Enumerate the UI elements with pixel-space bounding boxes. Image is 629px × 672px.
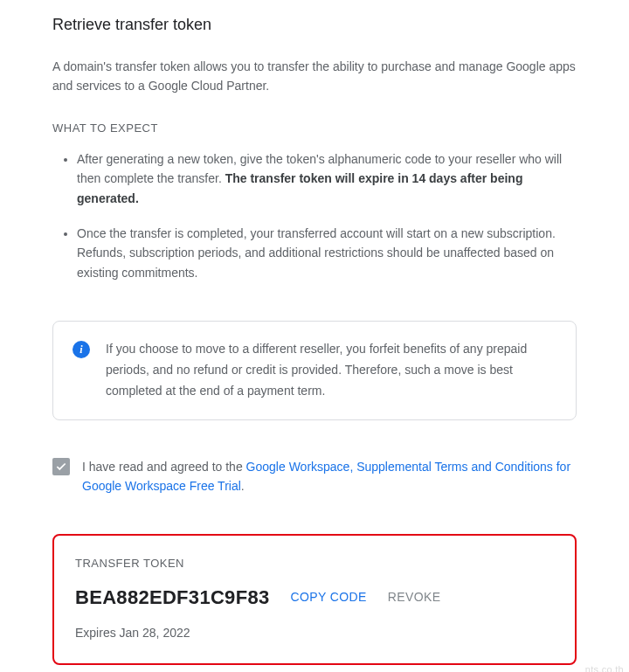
- consent-text: I have read and agreed to the Google Wor…: [82, 457, 577, 496]
- check-icon: [55, 461, 67, 473]
- info-notice: i If you choose to move to a different r…: [52, 321, 577, 419]
- transfer-token-code: BEA882EDF31C9F83: [75, 583, 269, 612]
- page-title: Retrieve transfer token: [52, 13, 577, 37]
- consent-suffix: .: [241, 479, 245, 493]
- description-text: A domain's transfer token allows you to …: [52, 58, 577, 95]
- info-icon: i: [73, 341, 90, 358]
- transfer-token-row: BEA882EDF31C9F83 COPY CODE REVOKE: [75, 583, 554, 612]
- watermark: nts.co.th: [585, 662, 624, 672]
- revoke-button[interactable]: REVOKE: [388, 590, 441, 604]
- copy-code-button[interactable]: COPY CODE: [290, 590, 366, 604]
- what-to-expect-list: After generating a new token, give the t…: [52, 149, 577, 282]
- info-notice-text: If you choose to move to a different res…: [106, 339, 556, 401]
- list-item: Once the transfer is completed, your tra…: [77, 224, 577, 282]
- transfer-token-panel: TRANSFER TOKEN BEA882EDF31C9F83 COPY COD…: [52, 534, 577, 665]
- transfer-token-label: TRANSFER TOKEN: [75, 555, 554, 572]
- consent-row: I have read and agreed to the Google Wor…: [52, 457, 577, 496]
- list-item-text: Once the transfer is completed, your tra…: [77, 226, 556, 280]
- what-to-expect-heading: WHAT TO EXPECT: [52, 120, 577, 137]
- consent-checkbox[interactable]: [52, 458, 70, 475]
- list-item: After generating a new token, give the t…: [77, 149, 577, 208]
- consent-prefix: I have read and agreed to the: [82, 460, 246, 474]
- token-expires-text: Expires Jan 28, 2022: [75, 624, 554, 642]
